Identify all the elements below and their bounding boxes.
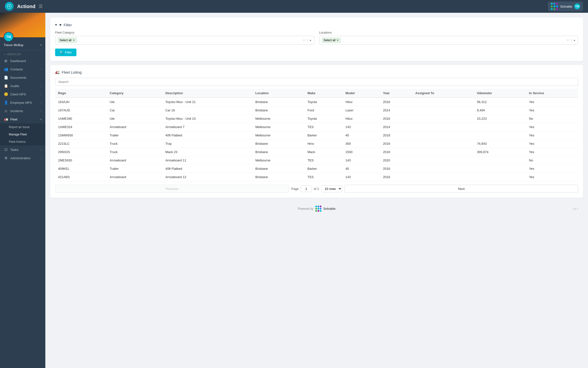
sidebar-item-contacts[interactable]: 👥 Contacts › bbox=[0, 65, 45, 73]
sidebar-divider-1 bbox=[0, 50, 45, 50]
locations-select[interactable]: Select all ✕ ✕ | bbox=[319, 36, 578, 45]
footer-dot-1 bbox=[315, 206, 317, 207]
footer-dot-3 bbox=[320, 206, 321, 207]
fleet-category-separator: ✕ bbox=[303, 38, 306, 42]
contacts-icon: 👥 bbox=[4, 67, 8, 71]
username-chevron-icon: ▾ bbox=[40, 44, 42, 46]
fleet-category-tag-label: Select all bbox=[60, 39, 72, 42]
filter-panel: ▾ ▼ Filter Fleet Category Select all ✕ bbox=[50, 18, 583, 61]
fleet-category-select[interactable]: Select all ✕ ✕ | bbox=[55, 36, 314, 45]
locations-label: Locations bbox=[319, 31, 578, 34]
powered-by-label: Powered by bbox=[298, 207, 313, 210]
page-input[interactable] bbox=[301, 185, 312, 192]
locations-tag: Select all ✕ bbox=[322, 38, 341, 43]
col-category: Category bbox=[107, 89, 162, 98]
tasks-icon: ☑ bbox=[4, 148, 8, 152]
sidebar-item-fleet[interactable]: 🚛 Fleet ▾ bbox=[0, 115, 45, 123]
username-label: Trevor McBay bbox=[4, 43, 23, 47]
footer-dot-5 bbox=[318, 208, 319, 210]
employee-nps-icon: 👤 bbox=[4, 101, 8, 105]
col-description: Description bbox=[162, 89, 252, 98]
table-row: 163AJHUteToyota Hilux - Unit 21BrisbaneT… bbox=[55, 98, 578, 106]
fleet-description-link[interactable]: Toyota Hilux - Unit 21 bbox=[162, 98, 252, 106]
employee-nps-chevron-icon: › bbox=[41, 101, 42, 104]
filter-toggle[interactable]: ▾ ▼ Filter bbox=[55, 23, 578, 27]
sidebar-item-report-issue[interactable]: Report an Issue bbox=[0, 123, 45, 131]
sidebar-item-manage-fleet[interactable]: Manage Fleet bbox=[0, 131, 45, 138]
sidebar-item-label-client-nps: Client NPS bbox=[10, 92, 26, 96]
app-layout: TM Trevor McBay ▾ — MODULES ⊞ Dashboard … bbox=[0, 13, 588, 368]
search-input[interactable] bbox=[55, 78, 578, 86]
fleet-listing-truck-icon: 🚛 bbox=[55, 70, 60, 74]
locations-pipe: | bbox=[571, 38, 572, 42]
sidebar-item-tasks[interactable]: ☑ Tasks › bbox=[0, 145, 45, 154]
locations-clear-icon: ✕ bbox=[566, 38, 569, 42]
table-row: 409KELTrailer40ft FlatbedBrisbaneBarker4… bbox=[55, 165, 578, 173]
logo-icon bbox=[5, 2, 14, 11]
sidebar-item-label-dashboard: Dashboard bbox=[10, 59, 26, 63]
footer-dot-9 bbox=[320, 210, 321, 212]
locations-tag-label: Select all bbox=[324, 39, 336, 42]
filter-button[interactable]: 🔍 Filter bbox=[55, 49, 76, 56]
sidebar-item-fleet-actions[interactable]: Fleet Actions bbox=[0, 138, 45, 145]
table-row: 197AUDCarCar 16BrisbaneFordLaser20148,49… bbox=[55, 106, 578, 115]
topbar: Actiond ☰ Solvable TM bbox=[0, 0, 588, 13]
locations-controls: ✕ | bbox=[566, 38, 576, 42]
footer-dot-8 bbox=[318, 210, 319, 212]
menu-toggle-icon[interactable]: ☰ bbox=[39, 4, 43, 9]
app-title: Actiond bbox=[17, 4, 35, 9]
sidebar-item-label-administration: Administration bbox=[10, 156, 30, 160]
previous-button[interactable]: Previous bbox=[55, 185, 289, 193]
fleet-category-label: Fleet Category bbox=[55, 31, 314, 34]
col-make: Make bbox=[305, 89, 343, 98]
fleet-table-body: 163AJHUteToyota Hilux - Unit 21BrisbaneT… bbox=[55, 98, 578, 181]
table-row: 2MES930ArrowboardArrowboard 11MelbourneT… bbox=[55, 156, 578, 165]
modules-label: — MODULES bbox=[0, 51, 45, 57]
sidebar-item-label-incidents: Incidents bbox=[10, 109, 23, 113]
sidebar-item-label-employee-nps: Employee NPS bbox=[10, 101, 32, 105]
sidebar-item-dashboard[interactable]: ⊞ Dashboard bbox=[0, 57, 45, 65]
next-button[interactable]: Next bbox=[344, 185, 578, 193]
sidebar-item-audits[interactable]: 📋 Audits › bbox=[0, 82, 45, 90]
documents-icon: 📄 bbox=[4, 76, 8, 79]
sidebar: TM Trevor McBay ▾ — MODULES ⊞ Dashboard … bbox=[0, 13, 45, 368]
table-row: 1AWE324ArrowboardArrowboard 7MelbourneTE… bbox=[55, 123, 578, 131]
locations-chevron-icon[interactable] bbox=[573, 39, 576, 42]
dot-3 bbox=[556, 3, 558, 5]
fleet-category-tags: Select all ✕ bbox=[58, 38, 77, 43]
footer-dot-7 bbox=[315, 210, 317, 212]
fleet-submenu: Report an Issue Manage Fleet Fleet Actio… bbox=[0, 123, 45, 145]
sidebar-item-documents[interactable]: 📄 Documents bbox=[0, 73, 45, 82]
sidebar-item-label-tasks: Tasks bbox=[10, 148, 18, 152]
rows-per-page-select[interactable]: 10 rows 25 rows 50 rows bbox=[321, 185, 342, 192]
audits-chevron-icon: › bbox=[41, 84, 42, 87]
fleet-description-link[interactable]: Toyota Hilux - Unit 23 bbox=[162, 115, 252, 123]
solvable-badge: Solvable TM bbox=[548, 1, 583, 11]
dot-1 bbox=[551, 3, 553, 5]
footer-dot-2 bbox=[318, 206, 319, 207]
sidebar-item-administration[interactable]: ⚙ Administration › bbox=[0, 154, 45, 162]
chevron-up-icon: ▾ bbox=[55, 23, 57, 27]
footer-brand-label: Solvable bbox=[323, 207, 335, 210]
dot-7 bbox=[551, 8, 553, 10]
dot-2 bbox=[553, 3, 555, 5]
filter-group-locations: Locations Select all ✕ ✕ | bbox=[319, 31, 578, 45]
user-badge[interactable]: TM bbox=[574, 3, 580, 9]
sidebar-item-incidents[interactable]: ⚠ Incidents › bbox=[0, 107, 45, 115]
client-nps-chevron-icon: › bbox=[41, 93, 42, 96]
sidebar-item-employee-nps[interactable]: 👤 Employee NPS › bbox=[0, 98, 45, 107]
contacts-chevron-icon: › bbox=[41, 68, 42, 71]
sidebar-item-client-nps[interactable]: 😊 Client NPS › bbox=[0, 90, 45, 98]
fleet-category-pipe: | bbox=[307, 38, 308, 42]
fleet-category-chevron-icon[interactable] bbox=[309, 39, 312, 42]
table-row: 421ABSArrowboardArrowboard 12BrisbaneTES… bbox=[55, 173, 578, 181]
fleet-category-remove-icon[interactable]: ✕ bbox=[73, 39, 75, 42]
fleet-listing-panel: 🚛 Fleet Listing Rego Category Descriptio… bbox=[50, 65, 583, 198]
sidebar-item-label-audits: Audits bbox=[10, 84, 19, 88]
audits-icon: 📋 bbox=[4, 84, 8, 88]
footer-version: v1.7 bbox=[573, 207, 578, 210]
page-label: Page bbox=[291, 187, 299, 191]
locations-remove-icon[interactable]: ✕ bbox=[336, 39, 339, 42]
col-in-service: In Service bbox=[526, 89, 578, 98]
administration-icon: ⚙ bbox=[4, 156, 8, 160]
